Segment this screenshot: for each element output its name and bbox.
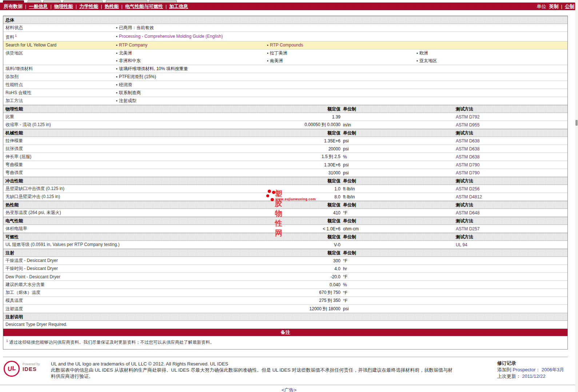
test-method-link[interactable]: ASTM D790	[456, 170, 567, 175]
property-unit: psi	[340, 306, 456, 311]
property-row: 注塑温度12000 到 18000psi	[3, 305, 567, 313]
nav-item-6[interactable]: 加工信息	[169, 3, 188, 10]
tab-top[interactable]	[28, 0, 41, 3]
property-label: 收缩率 - 流动 (0.125 in)	[3, 122, 222, 128]
general-row: 资料1•Processing - Comprehensive Molding G…	[3, 32, 567, 41]
general-row: 材料状态•已商用：当前有效	[3, 24, 567, 32]
section-header-injection-notes: 注射说明	[3, 313, 567, 321]
property-unit: °F	[340, 258, 456, 263]
property-row: 模具温度275 到 350°F	[3, 297, 567, 305]
test-method-link[interactable]: ASTM D257	[456, 226, 567, 231]
value-text: 经润滑	[119, 82, 132, 87]
property-row: 弯曲模量1.30E+6psiASTM D790	[3, 161, 567, 169]
tab-top[interactable]	[106, 0, 147, 3]
general-row: 添加剂•PTFE润滑剂 (15%)	[3, 73, 567, 81]
test-method-link[interactable]: ASTM D638	[456, 146, 567, 151]
property-value: 670 到 750	[222, 290, 340, 296]
property-row: 热变形温度 (264 psi, 未退火)410°FASTM D648	[3, 209, 567, 217]
nav-item-1[interactable]: 一般信息	[29, 3, 48, 10]
added-date: 2006年3月	[542, 367, 564, 372]
property-section-header: 机械性能额定值单位制测试方法	[3, 129, 567, 137]
column-header-unit: 单位制	[340, 201, 456, 209]
nav-separator: |	[25, 4, 26, 9]
property-unit: °F	[340, 210, 456, 215]
bullet-icon: •	[266, 49, 270, 57]
nav-item-3[interactable]: 力学性能	[79, 3, 98, 10]
unit-english-active[interactable]: 英制	[549, 3, 559, 10]
column-header-value: 额定值	[222, 217, 340, 225]
property-section-header: 电气性能额定值单位制测试方法	[3, 217, 567, 225]
value-link[interactable]: Processing - Comprehensive Molding Guide…	[119, 34, 223, 39]
property-unit: %	[340, 282, 456, 287]
general-row: Search for UL Yellow Card•RTP Company•RT…	[3, 41, 567, 49]
section-title: 电气性能	[3, 217, 222, 225]
row-label: 加工方法	[3, 97, 115, 105]
property-sections: 物理性能额定值单位制测试方法比重1.39ASTM D792收缩率 - 流动 (0…	[3, 105, 567, 313]
row-label: 填料/增强材料	[3, 65, 115, 73]
property-row: 悬壁梁缺口冲击强度 (0.125 in)1.0ft·lb/inASTM D256	[3, 185, 567, 193]
revision-added: 添加到 Prospector： 2006年3月	[497, 367, 564, 373]
section-header-general: 总体	[3, 16, 567, 24]
footer: UL Powered by IDES UL and the UL logo ar…	[3, 357, 568, 382]
nav-item-2[interactable]: 物理性能	[54, 3, 73, 10]
test-method-link[interactable]: ASTM D955	[456, 122, 567, 128]
ides-logo-text: IDES	[23, 366, 51, 372]
property-unit: ohm·cm	[340, 226, 456, 231]
property-label: 弯曲强度	[3, 170, 222, 176]
tab-top-active[interactable]	[3, 0, 24, 3]
tab-top[interactable]	[43, 0, 61, 3]
property-row: 无缺口悬臂梁冲击 (0.125 in)8.0ft·lb/inASTM D4812	[3, 193, 567, 201]
property-value: 0.00050 到 0.0030	[222, 122, 340, 128]
property-row: 拉伸模量1.35E+6psiASTM D638	[3, 137, 567, 145]
prospector-link[interactable]: Prospector：	[513, 367, 540, 372]
value-link[interactable]: RTP Company	[119, 43, 147, 48]
tab-top[interactable]	[63, 0, 103, 3]
property-value: 4.0	[222, 266, 340, 271]
ul-logo-icon: UL	[4, 361, 20, 377]
value-text: 欧洲	[419, 50, 428, 56]
value-text: 非洲和中东	[119, 58, 141, 63]
general-row: RoHS 合规性•联系制造商	[3, 89, 567, 97]
nav-separator: |	[121, 4, 123, 9]
property-unit: °F	[340, 298, 456, 303]
test-method-link[interactable]: ASTM D4812	[456, 194, 567, 199]
column-header-method: 测试方法	[456, 201, 567, 209]
column-header-value: 额定值	[222, 201, 340, 209]
column-header-unit: 单位制	[340, 177, 456, 185]
bullet-icon: •	[115, 24, 119, 32]
footnote-row: 1 通过这些链接您能够访问供应商资料。我们尽量保证及时更新资料；不过您可以从供应…	[3, 336, 567, 349]
property-unit: in/in	[340, 122, 456, 128]
test-method-link[interactable]: ASTM D638	[456, 154, 567, 159]
tab-top[interactable]	[149, 0, 177, 3]
property-row: 比重1.39ASTM D792	[3, 113, 567, 121]
bullet-icon: •	[415, 57, 419, 65]
column-header-value: 额定值	[222, 129, 340, 137]
property-label: 注塑温度	[3, 306, 222, 312]
test-method-link[interactable]: ASTM D638	[456, 138, 567, 144]
property-section-header: 可燃性额定值单位制测试方法	[3, 233, 567, 241]
section-title: 注射	[3, 249, 222, 256]
property-row: 建议的最大水分含量0.040%	[3, 281, 567, 289]
property-value: V-0	[222, 242, 340, 247]
unit-metric-link[interactable]: 公制	[565, 3, 574, 10]
test-method-link[interactable]: ASTM D790	[456, 162, 567, 167]
test-method-link[interactable]: UL 94	[456, 242, 567, 247]
property-value: 1.0	[222, 186, 340, 191]
nav-item-0[interactable]: 所有数据	[4, 3, 23, 10]
nav-item-5[interactable]: 电气性能与可燃性	[125, 3, 163, 10]
section-title: 物理性能	[3, 105, 222, 113]
column-header-method: 测试方法	[456, 217, 567, 225]
test-method-link[interactable]: ASTM D648	[456, 210, 567, 215]
property-value: 0.040	[222, 282, 340, 287]
scrollbar-thumb[interactable]	[575, 120, 578, 126]
test-method-link[interactable]: ASTM D792	[456, 114, 567, 120]
column-header-unit: 单位制	[340, 105, 456, 113]
scrollbar-track[interactable]	[575, 0, 578, 392]
nav-separator: |	[76, 4, 77, 9]
property-unit: °F	[340, 290, 456, 295]
nav-item-4[interactable]: 热性能	[105, 3, 119, 10]
test-method-link[interactable]: ASTM D256	[456, 186, 567, 191]
bullet-icon: •	[115, 33, 119, 40]
value-link[interactable]: RTP Compounds	[270, 43, 303, 48]
property-label: 建议的最大水分含量	[3, 282, 222, 288]
